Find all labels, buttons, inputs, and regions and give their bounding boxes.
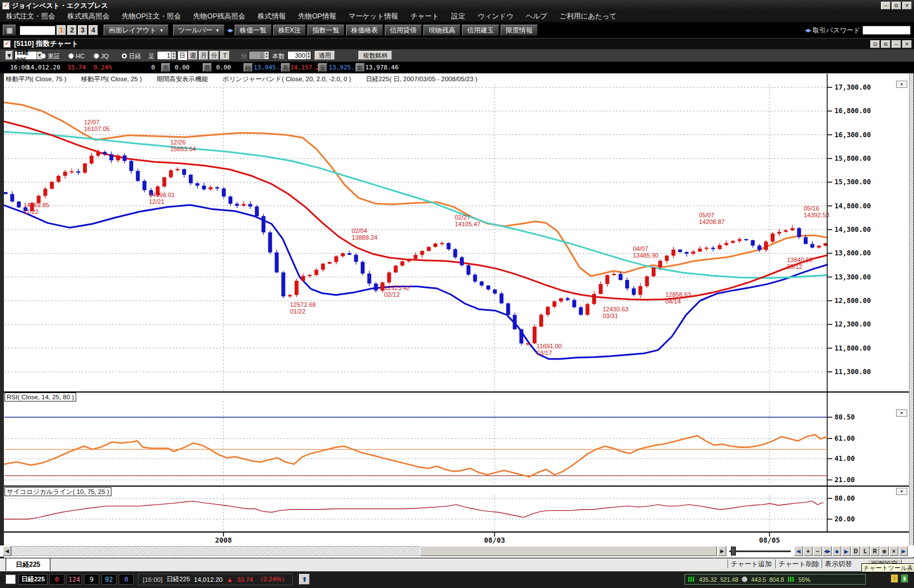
tray-network-icon[interactable]: ▮ (901, 574, 908, 583)
horizontal-scrollbar-thumb[interactable] (420, 546, 717, 556)
chart-action-1[interactable]: チャート削除 (778, 559, 819, 569)
menu-item-3[interactable]: 先物OP残高照会 (187, 12, 251, 21)
multi-symbol-button[interactable]: 複数銘柄 (358, 51, 392, 60)
symbol-combo[interactable]: 日経225 ▼ (15, 51, 43, 60)
nav-button-4[interactable]: ■ (832, 546, 841, 556)
chevron-down-icon: ▼ (159, 28, 164, 33)
layout-number-2[interactable]: 2 (67, 25, 77, 35)
window-arrange-icon[interactable]: ▦ (3, 25, 16, 36)
bar-width-slider-thumb[interactable] (731, 547, 736, 556)
count-stepper[interactable]: 300▲▼ (287, 51, 311, 60)
symbol-dropdown-button[interactable]: ▼ (6, 51, 13, 60)
main-toolbar: ▦ 1234 画面レイアウト▼ ツールバー▼ ◀▶ 株価一覧株EX注指数一覧株価… (0, 23, 914, 38)
vertical-scrollbar[interactable] (909, 73, 913, 557)
nav-button-3[interactable]: ◀▶ (823, 546, 832, 556)
app-window-button-0[interactable]: ─ (881, 2, 890, 10)
nav-button-2[interactable]: − (813, 546, 822, 556)
layout-number-1[interactable]: 1 (57, 25, 66, 35)
trade-password-input[interactable] (862, 26, 911, 35)
rsi-pane-collapse-button[interactable]: ▼ (896, 409, 907, 417)
chart-window-button-2[interactable]: ─ (892, 40, 901, 48)
menu-item-4[interactable]: 株式情報 (251, 12, 292, 21)
menu-item-9[interactable]: ウィンドウ (472, 12, 520, 21)
status-cell-4: 0 (119, 574, 134, 585)
bar-width-slider-track[interactable] (729, 550, 791, 552)
menu-item-2[interactable]: 先物OP注文・照会 (116, 12, 188, 21)
period-button-T[interactable]: T (220, 51, 230, 60)
period-button-週[interactable]: 週 (188, 51, 198, 60)
meter-icon (688, 576, 696, 582)
quote-field-label-前: 前 (356, 63, 365, 72)
toolbar-button-1[interactable]: 株EX注 (273, 25, 306, 36)
nav-button-7[interactable]: L (861, 546, 870, 556)
toolbar-button-6[interactable]: 信用建玉 (462, 25, 499, 36)
screen-layout-button[interactable]: 画面レイアウト▼ (104, 25, 169, 36)
password-collapse-icon[interactable]: ◀▶ (805, 27, 810, 33)
status-quote-pct: （0.24%） (257, 575, 288, 584)
toolbar-button-5[interactable]: 現物残高 (423, 25, 460, 36)
chart-window-button-3[interactable]: ✕ (902, 40, 912, 48)
status-quote-price: 14,012.20 (194, 576, 222, 583)
nav-button-5[interactable]: ▶ (842, 546, 851, 556)
toolbar-button-4[interactable]: 信用貸借 (385, 25, 422, 36)
toolbar-button-0[interactable]: 株価一覧 (235, 25, 272, 36)
menu-item-10[interactable]: ヘルプ (520, 12, 553, 21)
nav-button-8[interactable]: R (870, 546, 879, 556)
nav-button-10[interactable]: × (889, 546, 898, 556)
menu-item-0[interactable]: 株式注文・照会 (0, 12, 62, 21)
nav-button-1[interactable]: + (804, 546, 813, 556)
toolbar-button-3[interactable]: 株価格表 (346, 25, 383, 36)
symbol-combo-value: 日経225 (15, 48, 36, 63)
menu-item-5[interactable]: 先物OP情報 (292, 12, 342, 21)
layout-number-3[interactable]: 3 (78, 25, 87, 35)
psych-pane-collapse-button[interactable]: ▼ (896, 488, 907, 495)
monitor-value: 435.32 (699, 576, 717, 583)
window-frame-left (0, 73, 4, 571)
menu-item-8[interactable]: 設定 (445, 12, 472, 21)
chart-action-0[interactable]: チャート追加 (731, 559, 772, 569)
period-button-月[interactable]: 月 (199, 51, 208, 60)
menu-item-6[interactable]: マーケット情報 (342, 12, 404, 21)
toolbar-collapse-icon[interactable]: ◀▶ (227, 27, 232, 33)
nav-button-0[interactable]: ◀| (794, 546, 803, 556)
period-button-日[interactable]: 日 (178, 51, 187, 60)
app-window-button-2[interactable]: ✕ (902, 2, 912, 10)
tray-bell-icon[interactable]: ! (890, 574, 898, 583)
chart-canvas[interactable]: 14669.8511/2212/0716107.0514998.0112/211… (0, 73, 914, 571)
market-radio-JQ[interactable]: JQ (94, 52, 109, 60)
market-radio-日経[interactable]: 日経 (122, 52, 141, 60)
tab-nikkei225[interactable]: 日経225 (6, 558, 50, 571)
apply-button[interactable]: 適用 (315, 51, 335, 60)
market-radio-HC[interactable]: HC (68, 52, 85, 60)
symbol-quick-input[interactable] (20, 26, 55, 35)
market-radio-label: HC (76, 53, 85, 59)
main-pane-collapse-button[interactable]: ▼ (896, 81, 907, 88)
market-radio-東証[interactable]: 東証 (40, 52, 60, 60)
chart-window-button-1[interactable]: ⧉ (881, 40, 890, 48)
menu-item-7[interactable]: チャート (404, 12, 445, 21)
status-window-button[interactable] (6, 575, 16, 584)
toolbar-button-2[interactable]: 指数一覧 (307, 25, 344, 36)
svg-text:14,300.00: 14,300.00 (834, 226, 871, 234)
toolbar-button-7[interactable]: 限度情報 (501, 25, 538, 36)
svg-text:80.00: 80.00 (834, 494, 855, 502)
nav-button-6[interactable]: D (851, 546, 860, 556)
nav-button-9[interactable]: ⊕ (880, 546, 889, 556)
layout-number-4[interactable]: 4 (88, 25, 98, 35)
period-button-分[interactable]: 分 (209, 51, 219, 60)
application-window: ジョインベスト・エクスプレス ─⧉✕ 株式注文・照会株式残高照会先物OP注文・照… (0, 0, 914, 588)
toolbar-menu-button[interactable]: ツールバー▼ (173, 25, 225, 36)
app-window-button-1[interactable]: ⧉ (892, 2, 901, 10)
svg-text:61.00: 61.00 (834, 435, 855, 442)
up-arrow-button[interactable]: ⬆ (299, 574, 310, 585)
chart-action-2[interactable]: 表示切替 (825, 559, 852, 569)
bar-count-stepper[interactable]: 1▲▼ (157, 51, 176, 60)
menu-item-11[interactable]: ご利用にあたって (553, 12, 623, 21)
scroll-right-button[interactable]: ▶ (718, 546, 726, 556)
nav-button-11[interactable]: |▶ (899, 546, 908, 556)
menu-item-1[interactable]: 株式残高照会 (62, 12, 116, 21)
svg-text:13,300.00: 13,300.00 (834, 273, 871, 281)
scroll-left-button[interactable]: ◀ (3, 546, 11, 556)
chart-window-button-0[interactable]: ⊡ (870, 40, 880, 48)
svg-text:16,300.00: 16,300.00 (834, 131, 871, 139)
